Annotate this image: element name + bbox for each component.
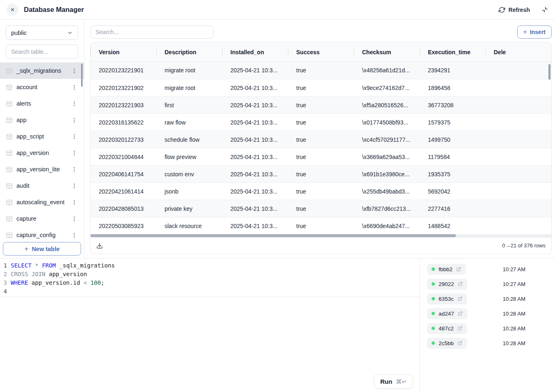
horizontal-scrollbar-thumb[interactable]: [91, 234, 456, 237]
table-menu-button[interactable]: [70, 231, 78, 239]
status-dot-icon: [432, 341, 435, 345]
table-row[interactable]: 20220123221903 first 2025-04-21 10:3... …: [91, 96, 551, 113]
column-header[interactable]: Success: [288, 49, 354, 55]
column-header[interactable]: Checksum: [354, 49, 420, 55]
horizontal-scrollbar[interactable]: [91, 234, 551, 237]
external-link-icon: [457, 341, 462, 346]
table-icon: [6, 166, 13, 173]
column-header[interactable]: Description: [156, 49, 222, 55]
insert-button[interactable]: + Insert: [517, 25, 552, 39]
sidebar-table-item[interactable]: capture_config: [0, 227, 84, 239]
table-row[interactable]: 20220321004844 flow preview 2025-04-21 1…: [91, 148, 551, 165]
close-button[interactable]: ×: [7, 4, 19, 16]
cell-installed-on: 2025-04-21 10:3...: [222, 136, 288, 143]
table-name: audit: [16, 182, 70, 189]
sql-operator: <: [84, 279, 91, 287]
history-query-pill[interactable]: 487c2: [427, 323, 467, 334]
sidebar-table-item[interactable]: app: [0, 112, 84, 128]
table-search-input[interactable]: [6, 44, 78, 59]
status-dot-icon: [432, 297, 435, 300]
history-query-pill[interactable]: fbbb2: [427, 264, 466, 275]
history-query-pill[interactable]: ad247: [427, 308, 467, 319]
schema-select[interactable]: public: [6, 25, 78, 40]
cell-description: slack resource: [156, 223, 222, 229]
new-table-button[interactable]: + New table: [3, 242, 81, 256]
history-query-pill[interactable]: 2c5bb: [427, 338, 467, 349]
kebab-icon: [71, 166, 77, 173]
cell-execution-time: 1896458: [420, 85, 485, 91]
page-title: Database Manager: [24, 6, 84, 14]
rows-search-input[interactable]: [90, 25, 214, 39]
download-button[interactable]: [96, 242, 103, 249]
sidebar-table-item[interactable]: alerts: [0, 95, 84, 112]
sql-editor[interactable]: 1SELECT * FROM _sqlx_migrations 2CROSS J…: [0, 258, 420, 392]
sidebar-table-item[interactable]: app_version_lite: [0, 161, 84, 178]
sidebar-scrollbar[interactable]: [81, 64, 83, 87]
sidebar-table-item[interactable]: autoscaling_event: [0, 194, 84, 210]
insert-label: Insert: [530, 29, 546, 35]
table-row[interactable]: 20220320122733 schedule flow 2025-04-21 …: [91, 131, 551, 148]
history-item: ad247 10:28 AM: [420, 306, 555, 321]
collapse-window-button[interactable]: [541, 6, 548, 13]
cell-version: 20220320122733: [91, 136, 156, 143]
top-bar: × Database Manager Refresh: [0, 0, 555, 20]
sql-operator: *: [35, 261, 42, 270]
table-menu-button[interactable]: [70, 149, 78, 157]
cell-version: 20220503085923: [91, 223, 156, 229]
results-table-card: Version Description Installed_on Success…: [90, 42, 552, 254]
query-id: ad247: [439, 311, 454, 317]
run-label: Run: [380, 378, 392, 385]
cell-installed-on: 2025-04-21 10:3...: [222, 171, 288, 178]
table-menu-button[interactable]: [70, 182, 78, 190]
code-area[interactable]: 1SELECT * FROM _sqlx_migrations 2CROSS J…: [0, 261, 419, 297]
column-header[interactable]: Version: [91, 49, 156, 55]
cell-installed-on: 2025-04-21 10:3...: [222, 205, 288, 212]
cell-installed-on: 2025-04-21 10:3...: [222, 188, 288, 195]
table-row[interactable]: 20220123221902 migrate root 2025-04-21 1…: [91, 79, 551, 96]
table-menu-button[interactable]: [70, 166, 78, 173]
run-shortcut: ⌘↵: [396, 378, 407, 385]
sql-keyword: SELECT: [11, 261, 35, 270]
column-header[interactable]: Dele: [485, 49, 551, 55]
sidebar-table-item[interactable]: app_version: [0, 145, 84, 161]
table-row[interactable]: 20220123221901 migrate root 2025-04-21 1…: [91, 62, 551, 79]
cell-execution-time: 1499750: [420, 136, 485, 143]
cell-version: 20220316135622: [91, 119, 156, 126]
table-menu-button[interactable]: [70, 67, 78, 75]
table-menu-button[interactable]: [70, 133, 78, 141]
table-row[interactable]: 20220503085923 slack resource 2025-04-21…: [91, 217, 551, 234]
table-menu-button[interactable]: [70, 100, 78, 108]
table-row[interactable]: 20220316135622 raw flow 2025-04-21 10:3.…: [91, 113, 551, 131]
table-row[interactable]: 20220421061414 jsonb 2025-04-21 10:3... …: [91, 182, 551, 200]
cell-checksum: \x255db49babd3...: [354, 188, 420, 195]
query-id: 487c2: [439, 325, 454, 332]
sidebar-table-item[interactable]: audit: [0, 178, 84, 194]
table-row[interactable]: 20220428085013 private key 2025-04-21 10…: [91, 200, 551, 217]
history-item: 2c5bb 10:28 AM: [420, 336, 555, 350]
sql-number: 100: [91, 279, 101, 287]
external-link-icon: [457, 326, 462, 331]
history-query-pill[interactable]: 29022: [427, 279, 467, 290]
table-menu-button[interactable]: [70, 198, 78, 206]
table-menu-button[interactable]: [70, 83, 78, 91]
sidebar-table-item[interactable]: app_script: [0, 128, 84, 145]
sidebar-table-item[interactable]: account: [0, 79, 84, 95]
column-header[interactable]: Installed_on: [222, 49, 288, 55]
sidebar-table-item[interactable]: _sqlx_migrations: [0, 62, 84, 79]
sidebar-table-item[interactable]: capture: [0, 210, 84, 227]
status-dot-icon: [432, 312, 435, 315]
vertical-scrollbar[interactable]: [548, 64, 550, 80]
table-row[interactable]: 20220406141754 custom env 2025-04-21 10:…: [91, 165, 551, 182]
code-line-3: 3WHERE app_version.id < 100;: [0, 279, 419, 287]
run-query-button[interactable]: Run ⌘↵: [374, 374, 413, 389]
table-name: alerts: [16, 100, 70, 107]
query-id: fbbb2: [439, 266, 453, 272]
column-header[interactable]: Execution_time: [420, 49, 485, 55]
table-menu-button[interactable]: [70, 116, 78, 124]
plus-icon: +: [523, 28, 527, 36]
cell-description: raw flow: [156, 119, 222, 126]
table-menu-button[interactable]: [70, 215, 78, 223]
kebab-icon: [71, 101, 77, 107]
history-query-pill[interactable]: 6353c: [427, 293, 467, 304]
refresh-button[interactable]: Refresh: [499, 7, 530, 13]
